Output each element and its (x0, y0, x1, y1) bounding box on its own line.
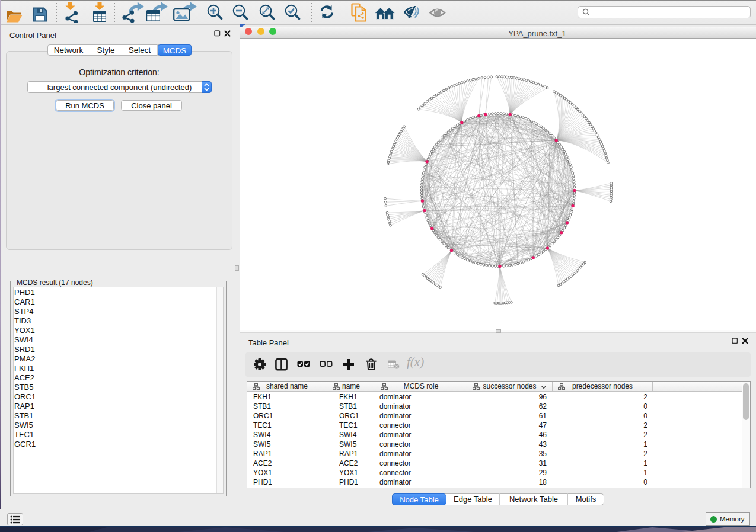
svg-text:f(x): f(x) (407, 355, 424, 369)
